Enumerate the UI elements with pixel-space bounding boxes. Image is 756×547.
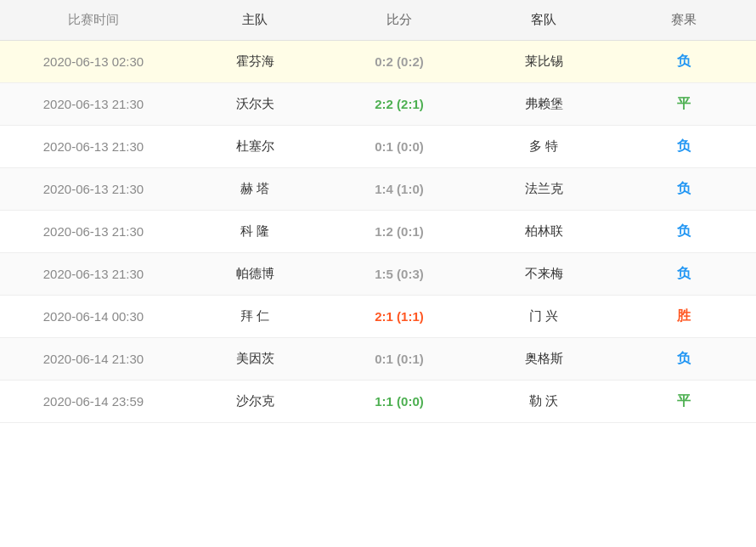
match-score: 0:2 (0:2) — [323, 41, 476, 83]
match-time: 2020-06-13 21:30 — [0, 253, 187, 296]
home-team: 沃尔夫 — [187, 83, 323, 126]
match-result: 平 — [612, 381, 756, 423]
table-row: 2020-06-13 21:30科 隆1:2 (0:1)柏林联负 — [0, 211, 756, 253]
away-team: 门 兴 — [476, 296, 612, 338]
match-result: 负 — [612, 211, 756, 253]
table-row: 2020-06-13 02:30霍芬海0:2 (0:2)莱比锡负 — [0, 41, 756, 83]
match-score: 1:2 (0:1) — [323, 211, 476, 253]
away-team: 莱比锡 — [476, 41, 612, 83]
home-team: 杜塞尔 — [187, 126, 323, 168]
table-row: 2020-06-13 21:30赫 塔1:4 (1:0)法兰克负 — [0, 168, 756, 211]
table-header-row: 比赛时间 主队 比分 客队 赛果 — [0, 0, 756, 41]
home-team: 霍芬海 — [187, 41, 323, 83]
match-score: 1:5 (0:3) — [323, 253, 476, 296]
away-team: 勒 沃 — [476, 381, 612, 423]
away-team: 不来梅 — [476, 253, 612, 296]
match-time: 2020-06-13 21:30 — [0, 126, 187, 168]
table-row: 2020-06-13 21:30杜塞尔0:1 (0:0)多 特负 — [0, 126, 756, 168]
match-result: 负 — [612, 168, 756, 211]
match-table: 比赛时间 主队 比分 客队 赛果 2020-06-13 02:30霍芬海0:2 … — [0, 0, 756, 423]
match-score: 2:1 (1:1) — [323, 296, 476, 338]
match-time: 2020-06-13 21:30 — [0, 168, 187, 211]
table-row: 2020-06-14 23:59沙尔克1:1 (0:0)勒 沃平 — [0, 381, 756, 423]
home-team: 拜 仁 — [187, 296, 323, 338]
match-time: 2020-06-14 23:59 — [0, 381, 187, 423]
table-row: 2020-06-14 21:30美因茨0:1 (0:1)奥格斯负 — [0, 338, 756, 381]
away-team: 弗赖堡 — [476, 83, 612, 126]
match-time: 2020-06-14 00:30 — [0, 296, 187, 338]
header-home: 主队 — [187, 0, 323, 41]
header-result: 赛果 — [612, 0, 756, 41]
match-time: 2020-06-13 21:30 — [0, 83, 187, 126]
match-score: 0:1 (0:0) — [323, 126, 476, 168]
match-score: 2:2 (2:1) — [323, 83, 476, 126]
table-row: 2020-06-13 21:30沃尔夫2:2 (2:1)弗赖堡平 — [0, 83, 756, 126]
match-score: 1:1 (0:0) — [323, 381, 476, 423]
away-team: 法兰克 — [476, 168, 612, 211]
match-result: 负 — [612, 338, 756, 381]
home-team: 美因茨 — [187, 338, 323, 381]
home-team: 帕德博 — [187, 253, 323, 296]
match-score: 0:1 (0:1) — [323, 338, 476, 381]
home-team: 科 隆 — [187, 211, 323, 253]
match-result: 胜 — [612, 296, 756, 338]
match-result: 负 — [612, 126, 756, 168]
match-result: 平 — [612, 83, 756, 126]
home-team: 沙尔克 — [187, 381, 323, 423]
home-team: 赫 塔 — [187, 168, 323, 211]
table-row: 2020-06-13 21:30帕德博1:5 (0:3)不来梅负 — [0, 253, 756, 296]
match-result: 负 — [612, 41, 756, 83]
away-team: 柏林联 — [476, 211, 612, 253]
header-time: 比赛时间 — [0, 0, 187, 41]
match-time: 2020-06-14 21:30 — [0, 338, 187, 381]
header-away: 客队 — [476, 0, 612, 41]
match-time: 2020-06-13 02:30 — [0, 41, 187, 83]
header-score: 比分 — [323, 0, 476, 41]
match-result: 负 — [612, 253, 756, 296]
match-table-container: 比赛时间 主队 比分 客队 赛果 2020-06-13 02:30霍芬海0:2 … — [0, 0, 756, 423]
table-row: 2020-06-14 00:30拜 仁2:1 (1:1)门 兴胜 — [0, 296, 756, 338]
away-team: 奥格斯 — [476, 338, 612, 381]
match-score: 1:4 (1:0) — [323, 168, 476, 211]
match-time: 2020-06-13 21:30 — [0, 211, 187, 253]
away-team: 多 特 — [476, 126, 612, 168]
